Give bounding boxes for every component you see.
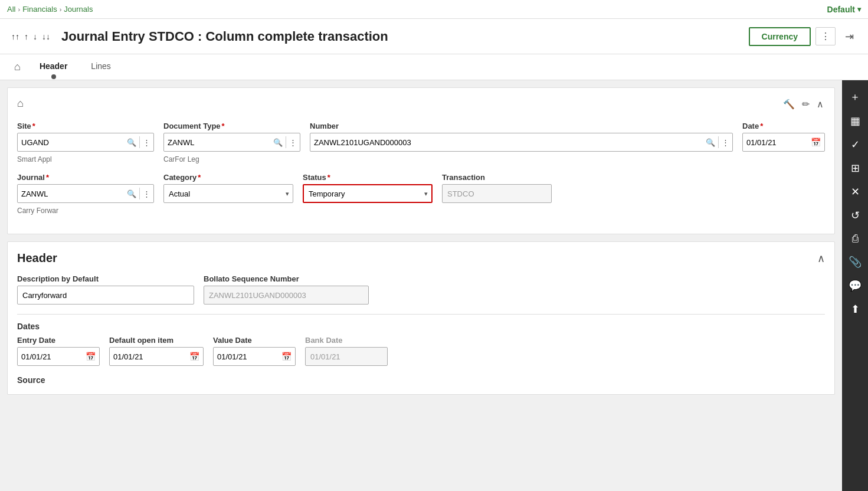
breadcrumb-journals: Journals <box>64 5 93 14</box>
sidebar-check-btn[interactable]: ✓ <box>842 133 868 156</box>
nav-first-btn[interactable]: ↑↑ <box>9 31 21 42</box>
breadcrumb-financials[interactable]: Financials <box>22 5 57 14</box>
edit-icon-btn[interactable]: ✏ <box>801 97 811 111</box>
number-search-icon[interactable]: 🔍 <box>703 136 718 149</box>
status-select-wrap: Temporary Definitive Simulated ▾ <box>303 184 433 203</box>
form-card-header: ⌂ 🔨 ✏ ∧ <box>17 97 825 114</box>
form-card-icons: 🔨 ✏ ∧ <box>782 97 825 111</box>
default-open-input[interactable] <box>110 352 186 361</box>
journal-label: Journal* <box>17 173 154 182</box>
desc-input[interactable] <box>17 286 194 305</box>
section-title: Header <box>17 251 57 265</box>
default-menu[interactable]: Default ▾ <box>827 5 861 14</box>
journal-input-wrap: 🔍 ⋮ <box>17 184 154 203</box>
date-input[interactable] <box>743 138 807 147</box>
currency-button[interactable]: Currency <box>749 27 811 46</box>
tab-dot <box>51 74 56 79</box>
doctype-input[interactable] <box>164 138 270 147</box>
entry-date-label: Entry Date <box>17 336 100 345</box>
status-select[interactable]: Temporary Definitive Simulated <box>304 189 421 198</box>
journal-search-icon[interactable]: 🔍 <box>124 187 139 201</box>
default-open-group: Default open item 📅 <box>109 336 204 366</box>
site-more-icon[interactable]: ⋮ <box>140 136 153 149</box>
nav-arrows: ↑↑ ↑ ↓ ↓↓ <box>9 31 52 42</box>
date-label: Date* <box>742 122 825 130</box>
bollato-input <box>204 286 369 305</box>
nav-next-btn[interactable]: ↓ <box>31 31 39 42</box>
site-label: Site* <box>17 122 154 130</box>
breadcrumb-sep2: › <box>60 6 62 13</box>
sidebar-table-btn[interactable]: ⊞ <box>842 157 868 179</box>
category-select[interactable]: Actual Budget Forecast <box>164 189 282 198</box>
nav-prev-btn[interactable]: ↑ <box>22 31 30 42</box>
breadcrumb-all[interactable]: All <box>7 5 15 14</box>
desc-group: Description by Default <box>17 274 194 305</box>
bank-date-label: Bank Date <box>305 336 388 345</box>
tab-header[interactable]: Header <box>30 55 77 78</box>
number-more-icon[interactable]: ⋮ <box>719 136 732 149</box>
dates-row: Entry Date 📅 Default open item 📅 <box>17 336 825 366</box>
collapse-icon-btn[interactable]: ∧ <box>815 97 825 111</box>
journal-subtext: Carry Forwar <box>17 207 154 215</box>
doctype-subtext: CarFor Leg <box>163 155 300 163</box>
desc-label: Description by Default <box>17 274 194 283</box>
entry-date-calendar-icon[interactable]: 📅 <box>82 349 99 364</box>
source-label: Source <box>17 375 825 385</box>
doctype-search-icon[interactable]: 🔍 <box>270 136 286 149</box>
sidebar-grid-btn[interactable]: ▦ <box>842 110 868 132</box>
bollato-group: Bollato Sequence Number <box>204 274 369 305</box>
value-date-group: Value Date 📅 <box>213 336 296 366</box>
site-input-wrap: 🔍 ⋮ <box>17 133 154 152</box>
content-area: ⌂ 🔨 ✏ ∧ Site* 🔍 <box>0 80 842 491</box>
value-date-input[interactable] <box>214 352 278 361</box>
form-home-icon: ⌂ <box>17 97 24 110</box>
site-group: Site* 🔍 ⋮ Smart Appl <box>17 122 154 163</box>
sidebar-attach-btn[interactable]: 📎 <box>842 251 868 273</box>
dates-label: Dates <box>17 322 825 331</box>
entry-date-wrap: 📅 <box>17 347 100 366</box>
date-calendar-icon[interactable]: 📅 <box>807 135 824 149</box>
nav-last-btn[interactable]: ↓↓ <box>40 31 52 42</box>
tab-bar: ⌂ Header Lines <box>0 54 868 80</box>
section-collapse-btn[interactable]: ∧ <box>817 252 825 265</box>
category-group: Category* Actual Budget Forecast ▾ <box>163 173 293 203</box>
section-header: Header ∧ <box>17 251 825 265</box>
status-label: Status* <box>303 173 433 182</box>
form-row-1: Site* 🔍 ⋮ Smart Appl Document Type* <box>17 122 825 163</box>
sidebar-comment-btn[interactable]: 💬 <box>842 274 868 297</box>
number-group: Number 🔍 ⋮ <box>310 122 733 152</box>
category-select-wrap: Actual Budget Forecast ▾ <box>163 184 293 203</box>
site-search-icon[interactable]: 🔍 <box>124 136 139 149</box>
doctype-label: Document Type* <box>163 122 300 130</box>
entry-date-input[interactable] <box>18 352 82 361</box>
sidebar-upload-btn[interactable]: ⬆ <box>842 298 868 320</box>
site-subtext: Smart Appl <box>17 155 154 163</box>
journal-input[interactable] <box>18 189 124 198</box>
header-toolbar: ↑↑ ↑ ↓ ↓↓ Journal Entry STDCO : Column c… <box>0 19 868 54</box>
chevron-down-icon: ▾ <box>857 5 861 14</box>
header-left: ↑↑ ↑ ↓ ↓↓ Journal Entry STDCO : Column c… <box>9 29 388 44</box>
status-group: Status* Temporary Definitive Simulated ▾ <box>303 173 433 203</box>
number-input[interactable] <box>310 138 703 147</box>
divider-1 <box>17 314 825 315</box>
sidebar-print-btn[interactable]: ⎙ <box>842 228 868 250</box>
tab-lines[interactable]: Lines <box>81 55 120 78</box>
date-input-wrap: 📅 <box>742 133 825 152</box>
exit-button[interactable]: ⇥ <box>840 27 859 46</box>
hammer-icon-btn[interactable]: 🔨 <box>782 97 796 111</box>
header-row-1: Description by Default Bollato Sequence … <box>17 274 825 305</box>
sidebar-close-btn[interactable]: ✕ <box>842 181 868 203</box>
sidebar-refresh-btn[interactable]: ↺ <box>842 204 868 227</box>
journal-more-icon[interactable]: ⋮ <box>140 187 153 201</box>
doctype-more-icon[interactable]: ⋮ <box>286 136 300 149</box>
default-open-calendar-icon[interactable]: 📅 <box>186 349 203 364</box>
value-date-calendar-icon[interactable]: 📅 <box>278 349 295 364</box>
more-options-button[interactable]: ⋮ <box>815 27 836 45</box>
value-date-wrap: 📅 <box>213 347 296 366</box>
transaction-input <box>442 184 552 203</box>
date-group: Date* 📅 <box>742 122 825 152</box>
site-input[interactable] <box>18 138 124 147</box>
tab-home-button[interactable]: ⌂ <box>9 58 25 76</box>
main-layout: ⌂ 🔨 ✏ ∧ Site* 🔍 <box>0 80 868 491</box>
sidebar-add-btn[interactable]: ＋ <box>842 85 868 109</box>
